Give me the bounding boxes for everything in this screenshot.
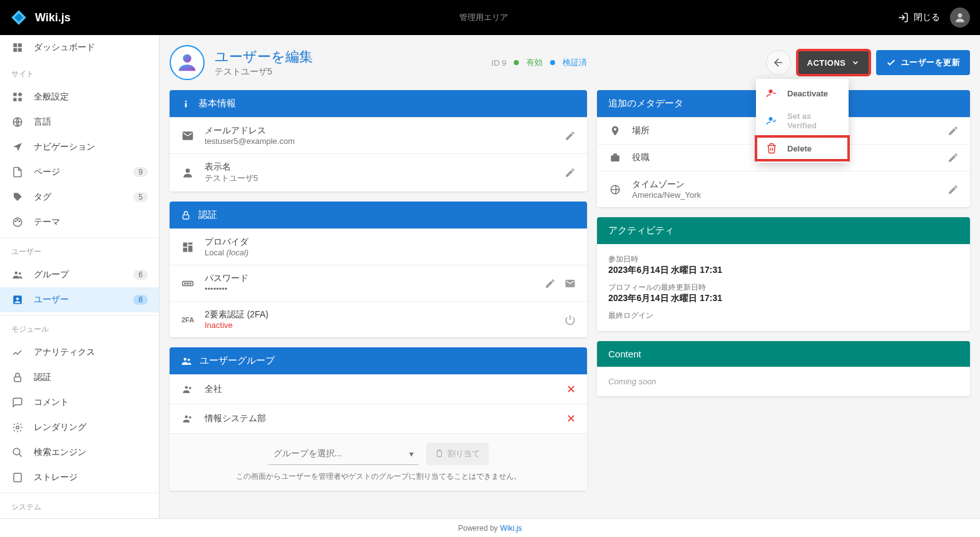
status-dot-enabled xyxy=(514,60,519,65)
svg-rect-4 xyxy=(18,48,22,52)
sidebar-section-site: サイト xyxy=(0,60,159,84)
svg-rect-6 xyxy=(18,92,22,96)
svg-point-37 xyxy=(189,416,191,419)
assign-group-button[interactable]: 割り当て xyxy=(426,442,489,465)
sidebar-item-general[interactable]: 全般設定 xyxy=(0,84,159,110)
person-icon xyxy=(181,166,195,179)
menu-item-deactivate[interactable]: Deactivate xyxy=(756,81,849,105)
sidebar-item-search[interactable]: 検索エンジン xyxy=(0,440,159,465)
svg-point-13 xyxy=(19,221,20,222)
storage-icon xyxy=(11,471,24,484)
edit-job-button[interactable] xyxy=(947,152,959,163)
svg-point-14 xyxy=(15,272,18,275)
tfa-power-button[interactable] xyxy=(564,314,576,325)
svg-rect-27 xyxy=(183,215,188,219)
activity-header: アクティビティ xyxy=(597,217,970,244)
svg-point-29 xyxy=(185,283,186,284)
svg-point-20 xyxy=(13,448,20,455)
sidebar-item-rendering[interactable]: レンダリング xyxy=(0,415,159,440)
info-icon xyxy=(181,99,191,109)
auth-header: 認証 xyxy=(170,202,587,228)
basic-info-header: 基本情報 xyxy=(170,90,587,117)
palette-icon xyxy=(11,216,24,228)
svg-rect-3 xyxy=(13,48,17,52)
group-select[interactable]: グループを選択... ▾ xyxy=(268,442,419,465)
status-dot-verified xyxy=(550,60,555,65)
edit-timezone-button[interactable] xyxy=(947,184,959,195)
page-subtitle: テストユーザ5 xyxy=(215,66,313,78)
menu-item-delete[interactable]: Delete xyxy=(756,136,849,160)
mail-password-button[interactable] xyxy=(564,278,576,289)
dashboard-icon xyxy=(11,41,24,54)
remove-group-button[interactable]: ✕ xyxy=(566,412,576,426)
back-button[interactable] xyxy=(766,50,791,75)
comment-icon xyxy=(11,396,24,409)
actions-menu: Deactivate Set as Verified Delete xyxy=(756,79,849,163)
sidebar-item-users[interactable]: ユーザー 8 xyxy=(0,287,159,312)
sidebar-item-auth[interactable]: 認証 xyxy=(0,365,159,390)
user-avatar[interactable] xyxy=(950,8,970,28)
chart-icon xyxy=(11,346,24,359)
close-button[interactable]: 閉じる xyxy=(897,12,940,23)
svg-point-12 xyxy=(17,220,18,221)
close-label: 閉じる xyxy=(914,12,940,23)
sidebar-item-navigation[interactable]: ナビゲーション xyxy=(0,135,159,160)
topbar-title: 管理用エリア xyxy=(71,12,897,23)
groups-icon xyxy=(181,384,195,395)
svg-rect-18 xyxy=(14,377,21,382)
user-id-label: ID 9 xyxy=(491,58,506,68)
groups-card: ユーザーグループ 全社 ✕ 情報システム部 ✕ xyxy=(170,347,587,491)
brand-name: Wiki.js xyxy=(35,11,71,24)
brand: Wiki.js xyxy=(10,9,71,26)
email-icon xyxy=(181,130,195,142)
sidebar-section-users: ユーザー xyxy=(0,237,159,262)
svg-point-0 xyxy=(958,13,962,18)
lock-icon xyxy=(11,371,24,384)
svg-rect-21 xyxy=(14,473,21,482)
edit-location-button[interactable] xyxy=(947,125,959,136)
svg-point-26 xyxy=(186,168,190,173)
sidebar-item-analytics[interactable]: アナリティクス xyxy=(0,340,159,365)
edit-name-button[interactable] xyxy=(564,167,576,178)
svg-rect-8 xyxy=(19,98,22,101)
tfa-icon: 2FA xyxy=(181,316,195,324)
user-minus-icon xyxy=(766,88,777,99)
edit-email-button[interactable] xyxy=(564,130,576,141)
svg-rect-5 xyxy=(13,93,16,96)
header-meta: ID 9 有効 検証済 xyxy=(323,57,756,68)
timezone-row: タイムゾーン America/New_York xyxy=(597,171,970,207)
dropdown-icon: ▾ xyxy=(409,449,414,459)
widgets-icon xyxy=(11,91,24,103)
sidebar-item-groups[interactable]: グループ 6 xyxy=(0,262,159,287)
sidebar: ダッシュボード サイト 全般設定 言語 ナビゲーション ページ 9 タグ 5 テ… xyxy=(0,35,160,518)
user-avatar-large xyxy=(170,45,205,80)
svg-point-22 xyxy=(183,54,191,63)
menu-item-verify: Set as Verified xyxy=(756,105,849,136)
svg-point-30 xyxy=(187,283,188,284)
status-verified: 検証済 xyxy=(563,57,587,68)
svg-point-17 xyxy=(16,297,19,300)
footer-link[interactable]: Wiki.js xyxy=(500,524,522,533)
actions-button[interactable]: Actions xyxy=(797,50,870,75)
svg-rect-39 xyxy=(611,155,620,161)
cogs-icon xyxy=(11,421,24,434)
lock-icon xyxy=(181,210,191,220)
sidebar-item-tags[interactable]: タグ 5 xyxy=(0,185,159,210)
content-body: Coming soon xyxy=(597,367,970,396)
edit-password-button[interactable] xyxy=(544,278,556,289)
footer: Powered by Wiki.js xyxy=(0,518,980,537)
sidebar-section-system: システム xyxy=(0,493,159,518)
user-icon xyxy=(11,294,24,306)
sidebar-item-comments[interactable]: コメント xyxy=(0,390,159,415)
update-user-button[interactable]: ユーザーを更新 xyxy=(876,50,971,75)
sidebar-item-dashboard[interactable]: ダッシュボード xyxy=(0,35,159,60)
sidebar-item-theme[interactable]: テーマ xyxy=(0,210,159,235)
sidebar-item-pages[interactable]: ページ 9 xyxy=(0,160,159,185)
topbar: Wiki.js 管理用エリア 閉じる xyxy=(0,0,980,35)
remove-group-button[interactable]: ✕ xyxy=(566,382,576,396)
sidebar-item-language[interactable]: 言語 xyxy=(0,110,159,135)
password-icon xyxy=(181,277,195,290)
svg-point-23 xyxy=(769,90,773,93)
sidebar-item-storage[interactable]: ストレージ xyxy=(0,465,159,490)
exit-icon xyxy=(897,12,909,23)
